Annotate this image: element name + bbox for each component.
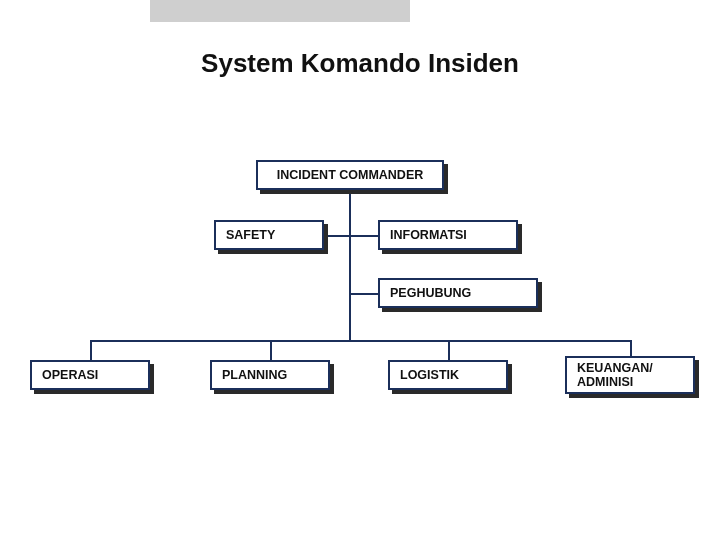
node-logistics: LOGISTIK [388,360,508,390]
connector [270,340,272,360]
connector [90,340,630,342]
connector [90,340,92,360]
decorative-top-bar [150,0,410,22]
connector [324,235,378,237]
node-liaison: PEGHUBUNG [378,278,538,308]
page-title: System Komando Insiden [0,48,720,79]
node-information: INFORMATSI [378,220,518,250]
node-incident-commander: INCIDENT COMMANDER [256,160,444,190]
org-chart: INCIDENT COMMANDER SAFETY INFORMATSI PEG… [0,160,720,480]
node-finance-admin: KEUANGAN/ ADMINISI [565,356,695,394]
node-planning: PLANNING [210,360,330,390]
connector [630,340,632,356]
connector [349,190,351,340]
connector [349,293,378,295]
connector [448,340,450,360]
node-safety: SAFETY [214,220,324,250]
node-operations: OPERASI [30,360,150,390]
